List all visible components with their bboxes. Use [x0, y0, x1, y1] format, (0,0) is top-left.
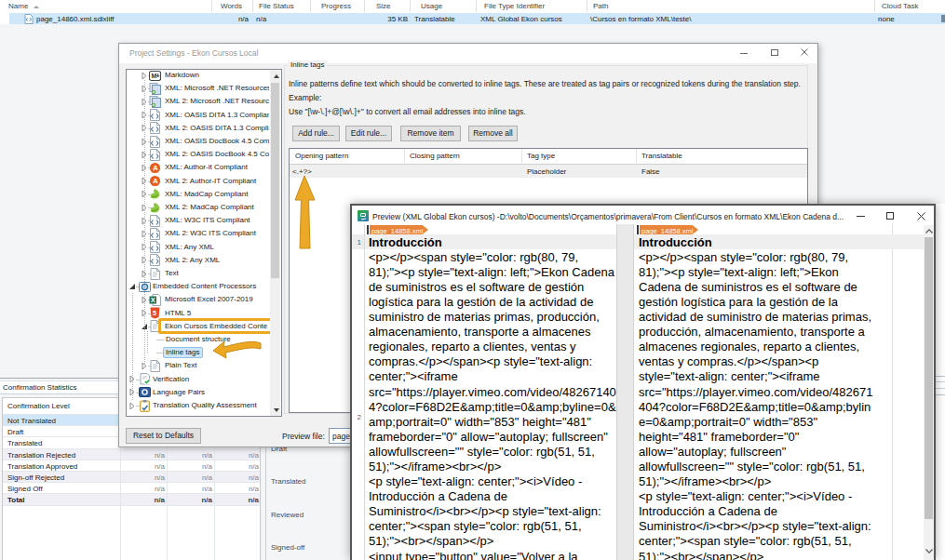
- svg-text:M: M: [152, 73, 157, 79]
- svg-text:X: X: [151, 296, 155, 304]
- svg-text:5: 5: [153, 310, 156, 316]
- svg-text:A: A: [153, 177, 158, 185]
- svg-text:A: A: [153, 164, 158, 172]
